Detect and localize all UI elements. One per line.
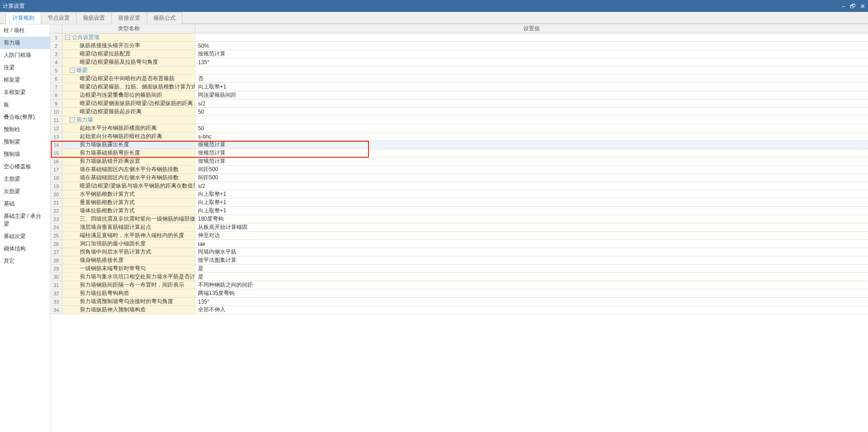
row-value[interactable] (195, 66, 868, 74)
row-14[interactable]: 14剪力墙纵筋露出长度按规范计算 (50, 141, 868, 149)
row-17[interactable]: 17墙在基础锚固区内左侧水平分布钢筋排数间距500 (50, 166, 868, 174)
tab-2[interactable]: 箍筋设置 (76, 12, 112, 24)
row-26[interactable]: 26洞口加强筋的最小锚固长度lae (50, 240, 868, 248)
sidebar-item-0[interactable]: 柱 / 墙柱 (0, 24, 50, 37)
collapse-toggle-icon[interactable]: − (65, 35, 70, 40)
sidebar-item-14[interactable]: 基础 (0, 198, 50, 210)
sidebar-item-2[interactable]: 人防门框墙 (0, 49, 50, 61)
row-value[interactable]: 两端135度弯钩 (195, 289, 868, 297)
row-value[interactable]: 按规范计算 (195, 149, 868, 157)
row-13[interactable]: 13起始竖向分布钢筋距暗柱边的距离s-bhc (50, 133, 868, 141)
row-9[interactable]: 9暗梁/边框梁侧面纵筋距暗梁/边框梁纵筋的距离s/2 (50, 100, 868, 108)
row-value[interactable]: 间距500 (195, 174, 868, 182)
row-20[interactable]: 20水平钢筋根数计算方式向上取整+1 (50, 190, 868, 199)
row-33[interactable]: 33剪力墙遇预制墙弯勾连接时的弯勾角度135° (50, 298, 868, 306)
sidebar-item-5[interactable]: 非框架梁 (0, 86, 50, 99)
row-value[interactable]: s/2 (195, 182, 868, 190)
row-2[interactable]: 2纵筋搭接接头错开百分率50% (50, 42, 868, 50)
row-value[interactable]: 180度弯钩 (195, 215, 868, 223)
row-value[interactable]: 按规范计算 (195, 141, 868, 149)
row-8[interactable]: 8边框梁与连梁重叠部位的箍筋间距同连梁箍筋间距 (50, 91, 868, 100)
collapse-toggle-icon[interactable]: − (70, 117, 75, 122)
sidebar-item-8[interactable]: 预制柱 (0, 123, 50, 136)
row-value[interactable]: 50 (195, 124, 868, 132)
row-value[interactable]: 135° (195, 298, 868, 305)
row-value[interactable]: 向上取整+1 (195, 199, 868, 206)
minimize-button[interactable]: – (842, 3, 845, 9)
row-value[interactable]: 同连梁箍筋间距 (195, 91, 868, 99)
row-value[interactable]: 50 (195, 108, 868, 116)
row-value[interactable]: 按规范计算 (195, 157, 868, 165)
row-31[interactable]: 31剪力墙钢筋间距隔一布一布置时，间距表示不同种钢筋之间的间距 (50, 281, 868, 289)
row-value[interactable]: 50% (195, 42, 868, 50)
row-value[interactable]: 全部不伸入 (195, 306, 868, 314)
row-name: 一级钢筋末端弯折时带弯勾 (62, 265, 195, 272)
sidebar-item-13[interactable]: 次肋梁 (0, 185, 50, 198)
tab-4[interactable]: 箍筋公式 (147, 12, 182, 24)
sidebar-item-12[interactable]: 主肋梁 (0, 173, 50, 185)
row-value[interactable]: 向上取整+1 (195, 190, 868, 198)
row-34[interactable]: 34剪力墙纵筋伸入预制墙构造全部不伸入 (50, 306, 868, 314)
row-5[interactable]: 5−暗梁 (50, 66, 868, 75)
row-18[interactable]: 18墙在基础锚固区内右侧水平分布钢筋排数间距500 (50, 174, 868, 182)
sidebar-item-9[interactable]: 预制梁 (0, 136, 50, 148)
row-27[interactable]: 27拐角墙中间层水平筋计算方式同墙内侧水平筋 (50, 248, 868, 256)
row-value[interactable]: 从板底开始计算锚固 (195, 223, 868, 231)
sidebar-item-3[interactable]: 连梁 (0, 61, 50, 74)
row-28[interactable]: 28墙身钢筋搭接长度按平法图集计算 (50, 256, 868, 265)
row-30[interactable]: 30剪力墙与集水坑坑口相交处剪力墙水平筋是否计算是 (50, 273, 868, 281)
row-21[interactable]: 21垂直钢筋根数计算方式向上取整+1 (50, 199, 868, 207)
row-19[interactable]: 19暗梁/边框梁/梁纵筋与墙水平钢筋的距离在数值范围内不...s/2 (50, 182, 868, 190)
row-value[interactable] (195, 116, 868, 124)
tab-3[interactable]: 搭接设置 (111, 12, 147, 24)
row-value[interactable]: 向上取整+1 (195, 207, 868, 215)
sidebar-item-7[interactable]: 叠合板(整厚) (0, 111, 50, 123)
row-16[interactable]: 16剪力墙纵筋错开距离设置按规范计算 (50, 157, 868, 166)
row-value[interactable]: 是 (195, 265, 868, 272)
tab-0[interactable]: 计算规则 (5, 12, 41, 24)
row-11[interactable]: 11−剪力墙 (50, 116, 868, 124)
row-value[interactable]: lae (195, 240, 868, 248)
row-value[interactable]: s/2 (195, 100, 868, 107)
row-value[interactable]: 伸至对边 (195, 232, 868, 239)
maximize-button[interactable]: 🗗 (850, 3, 856, 9)
row-4[interactable]: 4暗梁/边框梁箍筋及拉筋弯勾角度135° (50, 58, 868, 66)
sidebar-item-4[interactable]: 框架梁 (0, 74, 50, 86)
row-value[interactable]: 否 (195, 75, 868, 83)
close-button[interactable]: ✕ (860, 3, 865, 9)
row-value[interactable]: s-bhc (195, 133, 868, 140)
row-7[interactable]: 7暗梁/边框梁箍筋、拉筋、侧面纵筋根数计算方式向上取整+1 (50, 83, 868, 91)
sidebar-item-11[interactable]: 空心楼盖板 (0, 161, 50, 173)
sidebar-item-16[interactable]: 基础次梁 (0, 230, 50, 243)
row-32[interactable]: 32剪力墙拉筋弯钩构造两端135度弯钩 (50, 289, 868, 298)
sidebar-item-15[interactable]: 基础主梁 / 承台梁 (0, 210, 50, 230)
sidebar-item-1[interactable]: 剪力墙 (0, 37, 50, 49)
row-num: 27 (50, 248, 62, 256)
row-1[interactable]: 1−公共设置项 (50, 33, 868, 42)
row-value[interactable]: 同墙内侧水平筋 (195, 248, 868, 256)
collapse-toggle-icon[interactable]: − (70, 68, 75, 73)
row-value[interactable] (195, 33, 868, 41)
row-value[interactable]: 按平法图集计算 (195, 256, 868, 264)
sidebar-item-18[interactable]: 其它 (0, 255, 50, 267)
tab-1[interactable]: 节点设置 (41, 12, 77, 24)
row-22[interactable]: 22墙体拉筋根数计算方式向上取整+1 (50, 207, 868, 215)
row-25[interactable]: 25端柱满足直锚时，水平筋伸入端柱内的长度伸至对边 (50, 232, 868, 240)
sidebar-item-10[interactable]: 预制墙 (0, 148, 50, 161)
row-10[interactable]: 10暗梁/边框梁箍筋起步距离50 (50, 108, 868, 116)
row-value[interactable]: 是 (195, 273, 868, 281)
row-value[interactable]: 不同种钢筋之间的间距 (195, 281, 868, 289)
sidebar-item-17[interactable]: 砌体结构 (0, 243, 50, 255)
row-3[interactable]: 3暗梁/边框梁拉筋配置按规范计算 (50, 50, 868, 58)
row-value[interactable]: 135° (195, 58, 868, 66)
row-12[interactable]: 12起始水平分布钢筋距楼面的距离50 (50, 124, 868, 133)
row-24[interactable]: 24顶层墙身垂直筋锚固计算起点从板底开始计算锚固 (50, 223, 868, 232)
row-29[interactable]: 29一级钢筋末端弯折时带弯勾是 (50, 265, 868, 273)
row-value[interactable]: 间距500 (195, 166, 868, 173)
row-23[interactable]: 23三、四级抗震及非抗震时竖向一级钢筋的端部做法180度弯钩 (50, 215, 868, 223)
row-value[interactable]: 向上取整+1 (195, 83, 868, 91)
row-6[interactable]: 6暗梁/边框梁在中间暗柱内是否布置箍筋否 (50, 75, 868, 83)
sidebar-item-6[interactable]: 板 (0, 99, 50, 111)
row-15[interactable]: 15剪力墙基础插筋弯折长度按规范计算 (50, 149, 868, 157)
row-value[interactable]: 按规范计算 (195, 50, 868, 58)
